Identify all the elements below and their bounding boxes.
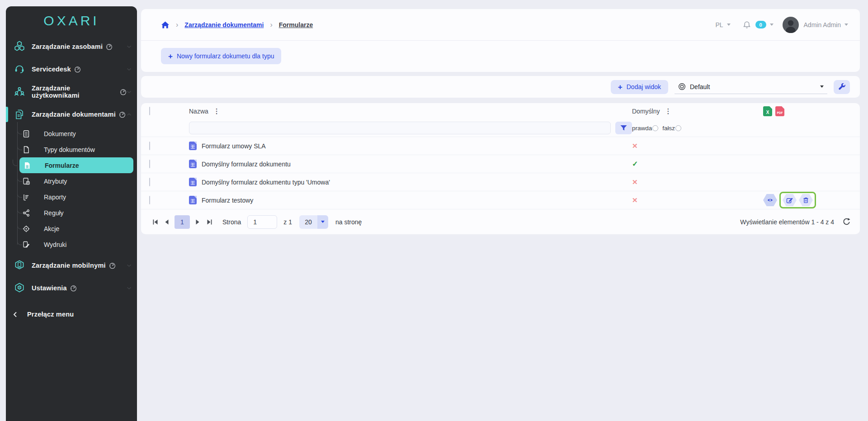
page-number-input[interactable] — [247, 215, 277, 229]
chevron-down-icon — [770, 24, 774, 26]
breadcrumb: › Zarządzanie dokumentami › Formularze P… — [141, 9, 860, 41]
funnel-icon — [620, 125, 627, 132]
sidebar-item-servicedesk[interactable]: Servicedesk — [6, 58, 137, 80]
refresh-button[interactable] — [842, 218, 851, 226]
notifications-button[interactable]: 0 — [742, 20, 774, 29]
view-select-value: Default — [690, 83, 710, 90]
status-icon — [632, 142, 638, 150]
user-menu[interactable]: Admin Admin — [783, 17, 848, 33]
select-all-checkbox[interactable] — [149, 107, 150, 115]
new-form-button[interactable]: + Nowy formularz dokumetu dla typu — [161, 48, 281, 64]
view-row-button[interactable] — [763, 194, 777, 206]
headset-icon — [13, 63, 26, 75]
row-checkbox[interactable] — [149, 142, 150, 150]
sidebar-item-label: Zarządzanie dokumentami — [32, 111, 116, 118]
documents-submenu: Dokumenty Typy dokumentów Formularze — [6, 126, 137, 252]
page-label: Strona — [222, 218, 241, 226]
actions-row: + Nowy formularz dokumetu dla typu — [141, 41, 860, 64]
sidebar-item-reguly[interactable]: Reguły — [21, 205, 132, 221]
filter-button[interactable] — [615, 122, 632, 134]
sidebar-item-label: Zarządzanie zasobami — [32, 43, 103, 50]
column-header-nazwa: Nazwa — [189, 108, 208, 115]
last-page-button[interactable] — [203, 216, 215, 228]
table-row[interactable]: Domyślny formularz dokumentu — [141, 155, 860, 173]
sidebar-item-label: Servicedesk — [32, 66, 71, 73]
sidebar-item-zasoby[interactable]: Zarządzanie zasobami — [6, 35, 137, 58]
export-pdf-icon[interactable]: PDF — [775, 106, 784, 116]
edit-row-button[interactable] — [783, 194, 797, 206]
refresh-icon — [842, 218, 851, 226]
sidebar-item-formularze[interactable]: Formularze — [19, 157, 133, 173]
sidebar-item-dokumenty-child[interactable]: Dokumenty — [21, 126, 132, 142]
plus-icon: + — [168, 52, 173, 60]
sidebar-item-typy-dokumentow[interactable]: Typy dokumentów — [21, 142, 132, 157]
radio-label-falsz: fałsz — [662, 125, 675, 132]
view-select[interactable]: Default — [675, 80, 827, 94]
sidebar-item-atrybuty[interactable]: Atrybuty — [21, 173, 132, 189]
sidebar-toggle[interactable]: Przełącz menu — [6, 303, 137, 326]
table-filter-row: prawda fałsz — [141, 119, 860, 137]
form-name: Domyślny formularz dokumentu typu 'Umowa… — [202, 179, 330, 186]
form-name: Formularz umowy SLA — [202, 142, 266, 150]
view-eye-icon — [678, 83, 686, 90]
chevron-up-icon — [127, 113, 132, 116]
column-menu-icon[interactable]: ⋮ — [213, 107, 220, 115]
form-doc-icon — [189, 196, 197, 204]
sidebar-item-wydruki[interactable]: Wydruki — [21, 237, 132, 252]
row-checkbox[interactable] — [149, 196, 150, 204]
per-page-label: na stronę — [335, 218, 362, 226]
chevron-down-icon — [844, 24, 848, 26]
breadcrumb-link-dokumenty[interactable]: Zarządzanie dokumentami — [184, 21, 264, 28]
sidebar-item-label: Ustawienia — [32, 284, 67, 292]
view-settings-button[interactable] — [834, 80, 850, 94]
table-row[interactable]: Formularz testowy — [141, 191, 860, 209]
sidebar-item-label: Zarządzanie użytkownikami — [32, 85, 117, 99]
row-checkbox[interactable] — [149, 160, 150, 168]
page-size-value: 20 — [299, 215, 317, 229]
chevron-left-icon — [13, 312, 17, 317]
radio-prawda[interactable] — [652, 125, 658, 131]
sidebar-item-mobilne[interactable]: Zarządzanie mobilnymi — [6, 254, 137, 277]
delete-row-button[interactable] — [799, 194, 813, 206]
page-size-select[interactable]: 20 — [299, 215, 328, 229]
document-lines-icon — [21, 130, 31, 138]
sidebar-item-dokumenty[interactable]: Zarządzanie dokumentami — [6, 103, 137, 126]
row-checkbox[interactable] — [149, 178, 150, 186]
export-excel-icon[interactable]: X — [763, 106, 772, 116]
sidebar-item-akcje[interactable]: Akcje — [21, 221, 132, 237]
document-plus-icon — [21, 177, 31, 185]
sidebar-item-ustawienia[interactable]: Ustawienia — [6, 277, 137, 299]
table-row[interactable]: Domyślny formularz dokumentu typu 'Umowa… — [141, 173, 860, 191]
chevron-down-icon — [820, 85, 824, 88]
logo: OXARI — [6, 6, 137, 35]
table-row[interactable]: Formularz umowy SLA — [141, 137, 860, 155]
users-icon — [13, 86, 26, 98]
gauge-icon — [120, 89, 127, 95]
name-filter-input[interactable] — [189, 122, 611, 134]
first-page-button[interactable] — [149, 216, 161, 228]
plus-icon: + — [618, 83, 623, 91]
radio-falsz[interactable] — [675, 125, 681, 131]
logo-text: OXARI — [43, 13, 99, 28]
add-view-button[interactable]: + Dodaj widok — [611, 80, 668, 94]
chevron-down-icon — [317, 215, 328, 229]
column-menu-icon[interactable]: ⋮ — [665, 107, 671, 115]
status-icon — [632, 178, 638, 186]
sidebar-item-raporty[interactable]: Raporty — [21, 189, 132, 205]
next-page-button[interactable] — [192, 216, 203, 228]
gauge-icon — [119, 111, 126, 118]
home-icon[interactable] — [161, 21, 170, 29]
default-filter-group: prawda fałsz — [632, 125, 763, 132]
document-pencil-icon — [21, 241, 31, 249]
breadcrumb-link-formularze[interactable]: Formularze — [279, 21, 313, 28]
sidebar-toggle-label: Przełącz menu — [27, 311, 74, 318]
previous-page-button[interactable] — [161, 216, 173, 228]
chevron-down-icon — [127, 68, 132, 71]
main-area: › Zarządzanie dokumentami › Formularze P… — [141, 0, 860, 421]
language-select[interactable]: PL — [715, 21, 730, 28]
current-page-button[interactable]: 1 — [175, 215, 190, 229]
target-icon — [21, 225, 31, 233]
form-doc-icon — [189, 160, 197, 168]
gauge-icon — [109, 262, 116, 269]
sidebar-item-uzytkownicy[interactable]: Zarządzanie użytkownikami — [6, 80, 137, 103]
